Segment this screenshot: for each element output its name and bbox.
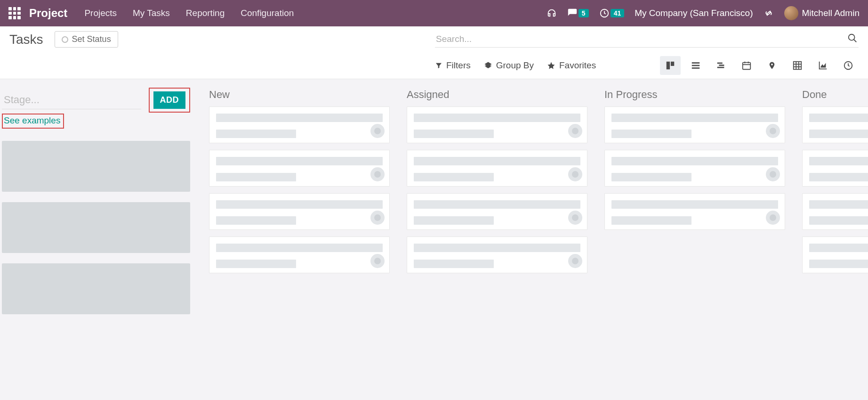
filters-button[interactable]: Filters	[435, 60, 471, 71]
avatar-placeholder-icon	[568, 167, 582, 181]
set-status-button[interactable]: Set Status	[55, 31, 118, 48]
user-menu[interactable]: Mitchell Admin	[784, 6, 860, 20]
set-status-label: Set Status	[72, 34, 111, 44]
menu-projects[interactable]: Projects	[84, 8, 117, 18]
layers-icon	[484, 61, 492, 70]
search-input[interactable]	[436, 34, 847, 44]
navbar-right: 5 41 My Company (San Francisco) Mitchell…	[547, 6, 860, 20]
stage-create-column: ADD See examples	[2, 88, 195, 392]
task-card[interactable]	[802, 237, 868, 273]
activities-icon[interactable]: 41	[599, 8, 625, 18]
column-title[interactable]: In Progress	[602, 88, 788, 106]
view-kanban-button[interactable]	[660, 56, 681, 75]
view-calendar-button[interactable]	[736, 56, 757, 75]
task-card[interactable]	[209, 150, 390, 187]
support-icon[interactable]	[547, 8, 557, 18]
task-card[interactable]	[802, 150, 868, 187]
star-icon	[547, 61, 555, 70]
avatar-placeholder-icon	[766, 167, 780, 181]
avatar-placeholder-icon	[370, 124, 385, 138]
svg-rect-4	[671, 62, 674, 66]
add-stage-button[interactable]: ADD	[153, 91, 186, 109]
task-card[interactable]	[209, 106, 390, 143]
app-brand[interactable]: Project	[29, 7, 67, 20]
messages-badge: 5	[579, 9, 589, 17]
view-gantt-button[interactable]	[711, 56, 731, 75]
main-menu: Projects My Tasks Reporting Configuratio…	[84, 8, 294, 18]
avatar-placeholder-icon	[766, 211, 780, 225]
avatar-placeholder-icon	[370, 254, 385, 268]
task-card[interactable]	[407, 193, 587, 230]
kanban-column-assigned: Assigned	[404, 88, 590, 392]
column-title[interactable]: New	[206, 88, 393, 106]
view-pivot-button[interactable]	[787, 56, 808, 75]
filters-label: Filters	[446, 60, 471, 71]
favorites-label: Favorites	[559, 60, 596, 71]
menu-my-tasks[interactable]: My Tasks	[133, 8, 170, 18]
messages-icon[interactable]: 5	[567, 8, 589, 18]
task-card[interactable]	[407, 150, 587, 187]
task-card[interactable]	[407, 237, 587, 273]
ghost-card	[2, 263, 190, 314]
svg-line-2	[854, 40, 857, 42]
apps-icon[interactable]	[8, 7, 21, 19]
avatar-placeholder-icon	[568, 254, 582, 268]
kanban-column-in-progress: In Progress	[602, 88, 788, 392]
avatar-placeholder-icon	[568, 124, 582, 138]
view-map-button[interactable]	[762, 56, 782, 75]
stage-name-input[interactable]	[2, 91, 141, 109]
task-card[interactable]	[604, 193, 785, 230]
debug-icon[interactable]	[764, 8, 774, 18]
ghost-card	[2, 141, 190, 192]
svg-rect-16	[794, 62, 802, 70]
status-dot-icon	[62, 36, 68, 43]
task-card[interactable]	[604, 150, 785, 187]
favorites-button[interactable]: Favorites	[547, 60, 596, 71]
kanban-column-done: Done	[799, 88, 868, 392]
menu-configuration[interactable]: Configuration	[241, 8, 294, 18]
view-list-button[interactable]	[685, 56, 706, 75]
svg-rect-11	[743, 63, 751, 70]
filter-icon	[435, 62, 442, 69]
avatar-placeholder-icon	[766, 124, 780, 138]
avatar-placeholder-icon	[370, 211, 385, 225]
see-examples-highlight: See examples	[2, 114, 64, 129]
svg-rect-9	[719, 65, 724, 66]
user-avatar-icon	[784, 6, 798, 20]
search-icon[interactable]	[847, 33, 858, 45]
kanban-board: ADD See examples New Assigned In Progres…	[0, 79, 868, 392]
map-pin-icon	[768, 60, 776, 71]
view-activity-button[interactable]	[838, 56, 859, 75]
kanban-column-new: New	[206, 88, 393, 392]
search-toolbar: Filters Group By Favorites	[435, 60, 596, 71]
calendar-icon	[741, 60, 752, 71]
list-icon	[691, 60, 701, 71]
task-card[interactable]	[209, 237, 390, 273]
avatar-placeholder-icon	[370, 167, 385, 181]
column-title[interactable]: Assigned	[404, 88, 590, 106]
view-graph-button[interactable]	[812, 56, 833, 75]
add-button-highlight: ADD	[149, 88, 191, 113]
top-navbar: Project Projects My Tasks Reporting Conf…	[0, 0, 868, 26]
column-title[interactable]: Done	[799, 88, 868, 106]
activities-badge: 41	[611, 9, 625, 17]
company-selector[interactable]: My Company (San Francisco)	[635, 8, 753, 18]
svg-rect-3	[667, 62, 670, 70]
task-card[interactable]	[802, 106, 868, 143]
menu-reporting[interactable]: Reporting	[186, 8, 225, 18]
user-name: Mitchell Admin	[802, 8, 860, 18]
see-examples-link[interactable]: See examples	[4, 115, 60, 125]
gantt-icon	[716, 60, 726, 71]
ghost-card	[2, 202, 190, 253]
task-card[interactable]	[407, 106, 587, 143]
graph-icon	[818, 60, 828, 71]
pivot-icon	[792, 60, 803, 71]
svg-point-1	[849, 34, 855, 41]
group-by-button[interactable]: Group By	[484, 60, 534, 71]
clock-icon	[843, 60, 853, 71]
search-bar[interactable]	[435, 31, 859, 48]
task-card[interactable]	[604, 106, 785, 143]
task-card[interactable]	[209, 193, 390, 230]
svg-point-15	[771, 64, 773, 65]
task-card[interactable]	[802, 193, 868, 230]
